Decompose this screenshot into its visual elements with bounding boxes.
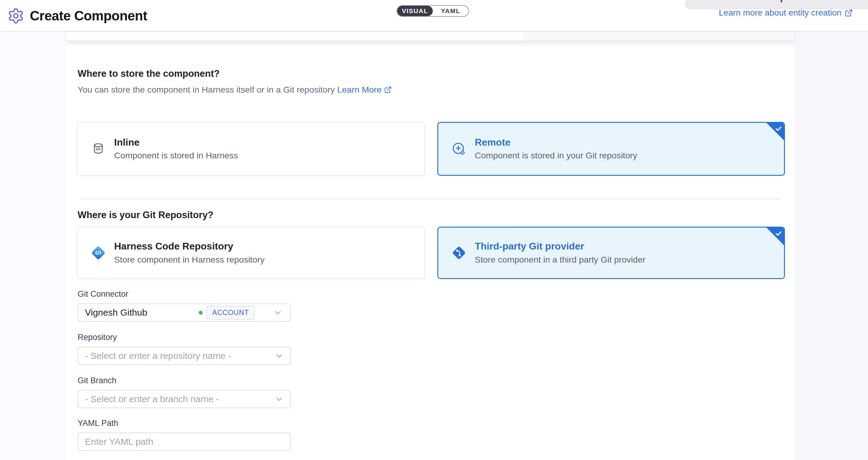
visual-yaml-toggle: VISUAL YAML [397,5,469,17]
storage-option-remote[interactable]: Remote Component is stored in your Git r… [437,122,785,176]
check-icon [775,229,782,237]
popup-remnant-mark [781,0,782,2]
left-gutter [0,32,65,460]
git-branch-group: Git Branch [78,376,291,408]
card-title: Remote [475,137,637,148]
git-section-heading: Where is your Git Repository? [78,209,213,221]
yaml-path-label: YAML Path [78,419,291,428]
git-connector-label: Git Connector [78,289,291,299]
learn-more-label: Learn More [337,85,382,95]
git-option-harness-code[interactable]: Harness Code Repository Store component … [77,227,425,279]
learn-more-link[interactable]: Learn More [337,85,392,95]
yaml-path-input[interactable] [78,433,291,451]
repository-input[interactable] [78,347,291,365]
external-link-icon [844,9,853,17]
chevron-down-icon[interactable] [275,395,283,403]
help-link-label: Learn more about entity creation [719,8,841,18]
create-component-page: Create Component VISUAL YAML Learn more … [0,0,868,460]
connector-status-dot [199,311,203,315]
chevron-down-icon[interactable] [275,351,283,360]
scrolled-card-bottom [65,32,794,41]
chevron-down-icon[interactable] [274,308,282,317]
git-connector-group: Git Connector Vignesh Github ACCOUNT [78,289,291,322]
storage-section-description: You can store the component in Harness i… [78,85,392,95]
storage-section-heading: Where to store the component? [78,68,220,79]
card-subtitle: Component is stored in Harness [114,150,238,161]
selected-check-badge [766,123,784,140]
git-branch-input[interactable] [78,390,291,408]
repository-group: Repository [78,333,291,365]
card-subtitle: Component is stored in your Git reposito… [475,150,637,161]
storage-option-inline[interactable]: Inline Component is stored in Harness [77,122,425,176]
form-panel: Where to store the component? You can st… [65,46,794,460]
git-connector-value: Vignesh Github [85,307,147,318]
popup-remnant [685,0,868,9]
harness-code-icon [90,245,106,261]
check-icon [775,124,782,133]
third-party-git-icon [451,245,467,261]
selected-check-badge [766,228,784,245]
tab-yaml[interactable]: YAML [433,6,468,16]
git-branch-label: Git Branch [78,376,291,385]
card-title: Third-party Git provider [475,241,646,252]
scope-badge: ACCOUNT [206,306,255,320]
yaml-path-group: YAML Path [78,419,291,451]
remote-icon [451,141,467,157]
page-title: Create Component [30,0,147,32]
storage-description-text: You can store the component in Harness i… [78,85,335,95]
tab-visual[interactable]: VISUAL [397,6,433,16]
scrolled-card-bottom-right-pane [524,32,794,40]
external-link-icon [384,86,392,93]
git-connector-select[interactable]: Vignesh Github ACCOUNT [78,304,291,322]
card-subtitle: Store component in a third party Git pro… [475,255,646,265]
database-icon [90,141,106,157]
card-title: Inline [114,137,238,148]
repository-label: Repository [78,333,291,342]
section-divider [81,199,781,199]
learn-more-entity-creation-link[interactable]: Learn more about entity creation [719,8,853,18]
gear-icon [7,7,24,24]
card-title: Harness Code Repository [114,241,265,252]
git-option-third-party[interactable]: Third-party Git provider Store component… [437,227,785,279]
card-subtitle: Store component in Harness repository [114,255,265,265]
